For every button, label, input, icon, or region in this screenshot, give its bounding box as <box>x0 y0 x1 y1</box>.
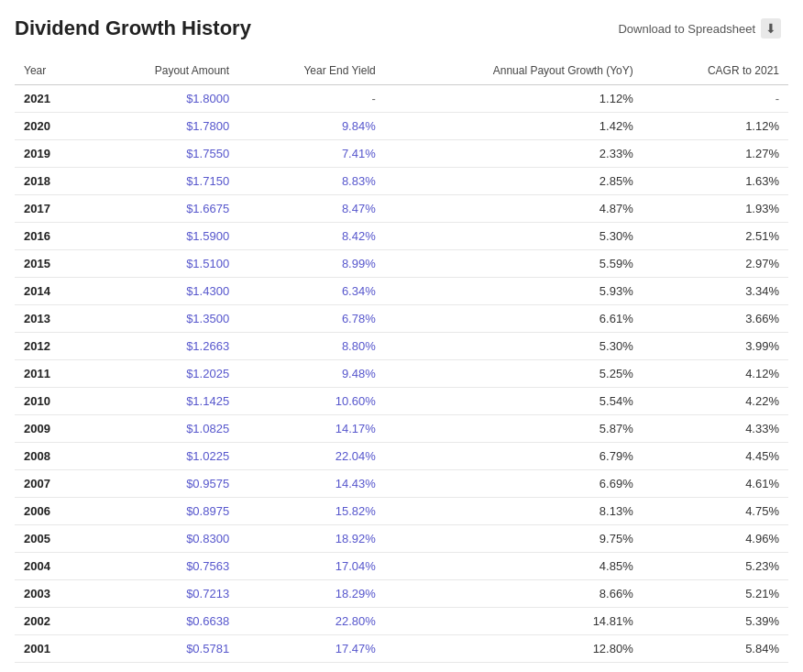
cell-cagr: 3.66% <box>643 305 788 333</box>
cell-cagr: 4.45% <box>643 443 788 470</box>
table-row: 2009$1.082514.17%5.87%4.33% <box>15 415 788 443</box>
cell-cagr: 1.63% <box>643 168 788 195</box>
cell-payout: $0.7213 <box>87 580 238 608</box>
cell-payout: $0.6638 <box>87 608 238 635</box>
cell-growth: 5.25% <box>385 360 643 388</box>
cell-yield: 8.42% <box>238 223 385 250</box>
cell-payout: $1.7800 <box>87 113 238 140</box>
table-row: 2015$1.51008.99%5.59%2.97% <box>15 250 788 278</box>
cell-growth: 8.13% <box>385 498 643 525</box>
cell-yield: 6.78% <box>238 305 385 333</box>
cell-yield: - <box>238 85 385 113</box>
cell-payout: $1.7550 <box>87 140 238 168</box>
cell-year: 2018 <box>15 168 87 195</box>
cell-cagr: 1.12% <box>643 113 788 140</box>
table-row: 2005$0.830018.92%9.75%4.96% <box>15 525 788 553</box>
table-row: 2017$1.66758.47%4.87%1.93% <box>15 195 788 223</box>
cell-yield: 22.04% <box>238 443 385 470</box>
cell-cagr: 1.27% <box>643 140 788 168</box>
table-row: 2011$1.20259.48%5.25%4.12% <box>15 360 788 388</box>
cell-year: 2013 <box>15 305 87 333</box>
cell-year: 2021 <box>15 85 87 113</box>
cell-cagr: 1.93% <box>643 195 788 223</box>
cell-yield: 14.17% <box>238 415 385 443</box>
cell-yield: 7.41% <box>238 140 385 168</box>
cell-payout: $1.2025 <box>87 360 238 388</box>
download-button[interactable]: Download to Spreadsheet ⬇ <box>610 15 788 42</box>
cell-payout: $0.7563 <box>87 553 238 580</box>
cell-payout: $0.8300 <box>87 525 238 553</box>
col-year: Year <box>15 57 87 85</box>
cell-year: 2020 <box>15 113 87 140</box>
cell-year: 2002 <box>15 608 87 635</box>
cell-yield: 9.48% <box>238 360 385 388</box>
table-row: 2004$0.756317.04%4.85%5.23% <box>15 553 788 580</box>
cell-payout: $1.3500 <box>87 305 238 333</box>
download-label: Download to Spreadsheet <box>618 22 755 36</box>
cell-growth: 14.81% <box>385 608 643 635</box>
cell-year: 2001 <box>15 635 87 663</box>
table-row: 2010$1.142510.60%5.54%4.22% <box>15 388 788 415</box>
cell-cagr: 2.97% <box>643 250 788 278</box>
table-row: 2002$0.663822.80%14.81%5.39% <box>15 608 788 635</box>
cell-year: 2006 <box>15 498 87 525</box>
cell-yield: 8.80% <box>238 333 385 360</box>
table-row: 2008$1.022522.04%6.79%4.45% <box>15 443 788 470</box>
cell-growth: 4.85% <box>385 553 643 580</box>
table-row: 2007$0.957514.43%6.69%4.61% <box>15 470 788 498</box>
cell-growth: 2.33% <box>385 140 643 168</box>
table-row: 2019$1.75507.41%2.33%1.27% <box>15 140 788 168</box>
cell-payout: $0.5125 <box>87 663 238 673</box>
cell-payout: $0.8975 <box>87 498 238 525</box>
cell-payout: $1.6675 <box>87 195 238 223</box>
cell-payout: $1.0225 <box>87 443 238 470</box>
cell-growth: 9.75% <box>385 525 643 553</box>
cell-growth: 1.12% <box>385 85 643 113</box>
page-title: Dividend Growth History <box>15 17 251 40</box>
cell-payout: $0.5781 <box>87 635 238 663</box>
cell-year: 2015 <box>15 250 87 278</box>
cell-growth: 2.85% <box>385 168 643 195</box>
cell-growth: 12.80% <box>385 635 643 663</box>
table-row: 2013$1.35006.78%6.61%3.66% <box>15 305 788 333</box>
cell-payout: $1.0825 <box>87 415 238 443</box>
col-payout: Payout Amount <box>87 57 238 85</box>
cell-growth: 5.54% <box>385 388 643 415</box>
cell-yield: 14.43% <box>238 470 385 498</box>
cell-year: 2017 <box>15 195 87 223</box>
cell-yield: 10.60% <box>238 388 385 415</box>
cell-cagr: 4.61% <box>643 470 788 498</box>
cell-payout: $1.1425 <box>87 388 238 415</box>
cell-growth: 4.87% <box>385 195 643 223</box>
cell-yield: 8.99% <box>238 250 385 278</box>
cell-payout: $1.7150 <box>87 168 238 195</box>
page-header: Dividend Growth History Download to Spre… <box>15 15 788 42</box>
cell-cagr: 5.84% <box>643 635 788 663</box>
table-body: 2021$1.8000-1.12%-2020$1.78009.84%1.42%1… <box>15 85 788 673</box>
col-growth: Annual Payout Growth (YoY) <box>385 57 643 85</box>
cell-cagr: 4.33% <box>643 415 788 443</box>
table-row: 2012$1.26638.80%5.30%3.99% <box>15 333 788 360</box>
cell-yield: 18.92% <box>238 525 385 553</box>
cell-growth: 5.93% <box>385 278 643 305</box>
cell-growth: 8.66% <box>385 580 643 608</box>
cell-year: 2008 <box>15 443 87 470</box>
col-yield: Year End Yield <box>238 57 385 85</box>
table-row: 2006$0.897515.82%8.13%4.75% <box>15 498 788 525</box>
cell-yield: 9.84% <box>238 113 385 140</box>
cell-yield: 17.04% <box>238 553 385 580</box>
table-row: 2014$1.43006.34%5.93%3.34% <box>15 278 788 305</box>
cell-year: 2012 <box>15 333 87 360</box>
cell-cagr: 4.12% <box>643 360 788 388</box>
cell-cagr: 4.75% <box>643 498 788 525</box>
cell-payout: $1.2663 <box>87 333 238 360</box>
table-row: 2003$0.721318.29%8.66%5.21% <box>15 580 788 608</box>
cell-year: 2011 <box>15 360 87 388</box>
cell-payout: $1.8000 <box>87 85 238 113</box>
cell-yield: 24.62% <box>238 663 385 673</box>
cell-year: 2000 <box>15 663 87 673</box>
cell-growth: 6.61% <box>385 305 643 333</box>
header-row: Year Payout Amount Year End Yield Annual… <box>15 57 788 85</box>
cell-year: 2019 <box>15 140 87 168</box>
cell-growth: 5.30% <box>385 333 643 360</box>
